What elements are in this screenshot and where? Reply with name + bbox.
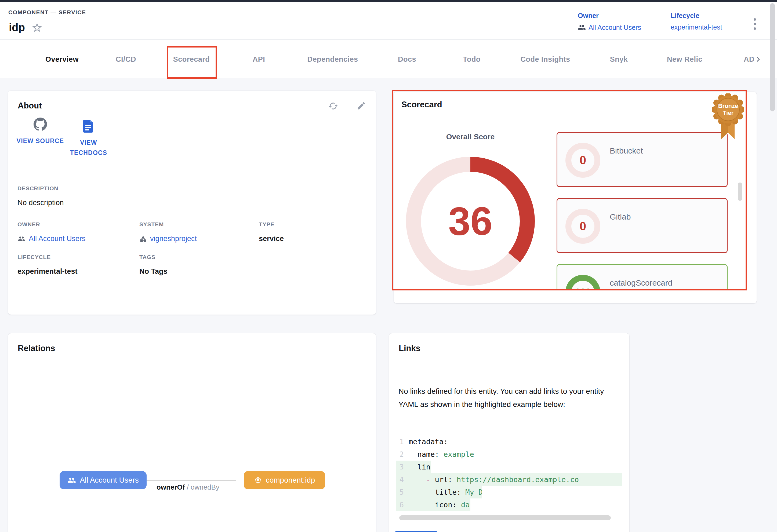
owner-link[interactable]: All Account Users xyxy=(578,23,641,31)
relations-title: Relations xyxy=(18,344,55,353)
type-field-value: service xyxy=(259,235,284,243)
lifecycle-value: experimental-test xyxy=(671,23,722,31)
page-scrollbar-thumb[interactable] xyxy=(770,3,775,111)
relation-node-owner[interactable]: All Account Users xyxy=(60,471,146,489)
system-field-value: vigneshproject xyxy=(150,235,197,243)
code-line: 1metadata: xyxy=(396,435,622,448)
tags-field-label: TAGS xyxy=(139,254,168,260)
overall-score-donut: 36 xyxy=(406,157,535,286)
techdocs-icon xyxy=(83,120,94,133)
more-options-icon[interactable] xyxy=(751,16,759,35)
code-horizontal-scrollbar[interactable] xyxy=(399,515,611,520)
score-value: 100 xyxy=(565,275,600,290)
scorecard-item-gitlab[interactable]: 0 Gitlab xyxy=(557,198,728,253)
people-icon xyxy=(68,476,76,485)
read-more-button-partial[interactable] xyxy=(395,531,438,532)
code-line: 2 name: example xyxy=(396,448,622,460)
owner-field-value: All Account Users xyxy=(29,235,86,243)
description-label: DESCRIPTION xyxy=(17,185,64,192)
view-source-label: VIEW SOURCE xyxy=(17,136,64,146)
bronze-tier-badge: Bronze Tier xyxy=(712,94,744,142)
scorecard-scrollbar-thumb[interactable] xyxy=(738,182,742,201)
code-line-highlighted: 3 links: xyxy=(396,460,431,473)
favorite-star-icon[interactable] xyxy=(31,22,43,33)
owner-field-label: OWNER xyxy=(17,221,86,228)
tags-field-value: No Tags xyxy=(139,267,168,276)
chip-icon xyxy=(254,476,262,484)
tab-new-relic[interactable]: New Relic xyxy=(667,40,702,79)
tab-cicd[interactable]: CI/CD xyxy=(116,40,136,79)
github-icon xyxy=(33,118,47,131)
overall-score-label: Overall Score xyxy=(425,133,516,141)
badge-line2: Tier xyxy=(723,110,734,116)
about-title: About xyxy=(18,101,42,111)
edge-forward-label: ownerOf xyxy=(156,483,185,491)
tab-overview[interactable]: Overview xyxy=(45,40,79,79)
tabs-overflow-chevron-right-icon[interactable] xyxy=(753,54,763,64)
lifecycle-label: Lifecycle xyxy=(671,12,722,20)
lifecycle-field-value: experimental-test xyxy=(17,267,78,276)
view-techdocs-link[interactable]: VIEW TECHDOCS xyxy=(63,120,114,158)
tab-scorecard[interactable]: Scorecard xyxy=(173,40,210,79)
people-icon xyxy=(17,235,25,243)
system-field-label: SYSTEM xyxy=(139,221,197,228)
edge-reverse-label: ownedBy xyxy=(191,483,219,491)
tab-snyk[interactable]: Snyk xyxy=(610,40,628,79)
tab-docs[interactable]: Docs xyxy=(398,40,416,79)
relations-card: Relations xyxy=(8,334,376,532)
description-value: No description xyxy=(17,198,64,207)
edge-separator: / xyxy=(185,483,191,491)
overall-score-value: 36 xyxy=(406,157,535,286)
owner-field-link[interactable]: All Account Users xyxy=(17,235,86,243)
code-line-highlighted: 4 - url: https://dashboard.example.co xyxy=(396,473,622,486)
links-card: Links No links defined for this entity. … xyxy=(389,334,629,532)
scorecard-item-bitbucket[interactable]: 0 Bitbucket xyxy=(557,132,728,187)
tab-ad-truncated[interactable]: AD xyxy=(744,40,755,79)
relation-node-component[interactable]: component:idp xyxy=(244,471,325,489)
view-techdocs-label: VIEW TECHDOCS xyxy=(63,137,114,158)
entity-header: COMPONENT — SERVICE idp Owner All Accoun… xyxy=(0,2,777,40)
type-field-label: TYPE xyxy=(259,221,284,228)
tab-todo[interactable]: Todo xyxy=(463,40,480,79)
owner-value: All Account Users xyxy=(588,24,641,31)
tab-api[interactable]: API xyxy=(253,40,265,79)
about-card: About VIEW SOURCE VIEW TECHDOCS DESCRIPT… xyxy=(8,91,376,314)
score-value: 0 xyxy=(565,143,600,178)
scorecard-item-catalogscorecard[interactable]: 100 catalogScorecard xyxy=(557,264,728,290)
code-line-highlighted: 6 icon: dashboard xyxy=(396,499,470,511)
code-line-highlighted: 5 title: My Dashboard xyxy=(396,486,482,499)
tab-dependencies[interactable]: Dependencies xyxy=(307,40,358,79)
score-value: 0 xyxy=(565,209,600,244)
owner-label: Owner xyxy=(578,12,641,20)
badge-line1: Bronze xyxy=(718,103,738,109)
page-title: idp xyxy=(9,21,25,33)
yaml-code-block: 1metadata: 2 name: example 3 links: 4 - … xyxy=(396,435,622,511)
owner-summary: Owner All Account Users xyxy=(578,12,641,31)
score-name: catalogScorecard xyxy=(610,278,672,287)
relation-edge xyxy=(138,480,236,481)
relation-edge-label: ownerOf / ownedBy xyxy=(145,483,231,492)
lifecycle-summary: Lifecycle experimental-test xyxy=(671,12,722,31)
refresh-icon[interactable] xyxy=(328,101,338,111)
scorecard-title: Scorecard xyxy=(402,100,442,110)
people-icon xyxy=(578,23,586,31)
score-name: Bitbucket xyxy=(610,146,643,155)
top-accent-bar xyxy=(0,0,777,2)
entity-tab-bar: Overview CI/CD Scorecard API Dependencie… xyxy=(0,40,777,79)
edit-pencil-icon[interactable] xyxy=(356,101,366,111)
system-category-icon xyxy=(139,235,147,243)
relation-node-owner-label: All Account Users xyxy=(80,476,138,485)
scorecard-list: 0 Bitbucket 0 Gitlab 100 catalogScorecar… xyxy=(557,132,728,290)
links-title: Links xyxy=(399,344,421,353)
relation-node-component-label: component:idp xyxy=(266,476,315,485)
score-name: Gitlab xyxy=(610,212,631,222)
system-field-link[interactable]: vigneshproject xyxy=(139,235,197,243)
view-source-link[interactable]: VIEW SOURCE xyxy=(15,118,66,146)
scorecard-card: Scorecard Bronze Tier Overall Score 36 xyxy=(394,92,757,303)
lifecycle-field-label: LIFECYCLE xyxy=(17,254,78,260)
tab-code-insights[interactable]: Code Insights xyxy=(520,40,570,79)
breadcrumb: COMPONENT — SERVICE xyxy=(8,9,86,16)
links-empty-text: No links defined for this entity. You ca… xyxy=(399,385,622,411)
